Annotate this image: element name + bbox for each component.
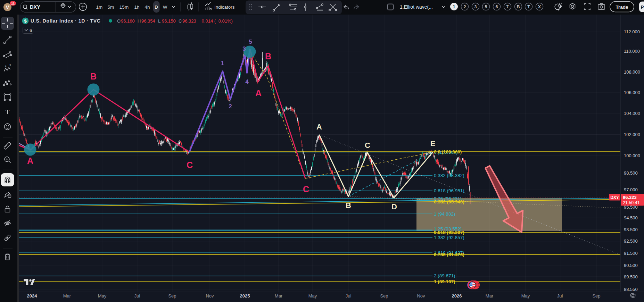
svg-text:21:50:41: 21:50:41 [623, 200, 640, 205]
svg-text:B: B [90, 72, 97, 81]
svg-text:W: W [163, 5, 167, 10]
svg-text:Nov: Nov [206, 293, 214, 299]
svg-text:A: A [27, 156, 33, 166]
svg-text:1: 1 [221, 60, 224, 67]
svg-text:93.500: 93.500 [624, 227, 638, 232]
svg-text:5m: 5m [108, 5, 114, 10]
svg-text:P: P [641, 5, 644, 10]
svg-text:DXY: DXY [30, 4, 40, 10]
svg-text:Trade: Trade [616, 5, 628, 10]
svg-text:2025: 2025 [240, 293, 250, 299]
svg-text:B: B [517, 5, 520, 9]
svg-text:DXY: DXY [610, 195, 619, 200]
svg-text:Sep: Sep [592, 293, 600, 299]
svg-text:88.550: 88.550 [624, 287, 638, 292]
svg-text:1.382 (92.857): 1.382 (92.857) [434, 235, 464, 240]
svg-text:Mar: Mar [275, 293, 283, 299]
svg-text:E: E [430, 139, 436, 148]
svg-text:108.000: 108.000 [624, 69, 640, 75]
svg-text:0.382 (95.940): 0.382 (95.940) [434, 199, 464, 204]
svg-text:H: H [138, 18, 141, 24]
svg-text:106.000: 106.000 [624, 90, 640, 95]
svg-text:T: T [527, 5, 530, 9]
svg-text:2: 2 [464, 5, 466, 9]
svg-text:Nov: Nov [417, 293, 425, 299]
svg-text:C: C [365, 141, 370, 150]
svg-text:0.0 (100.360): 0.0 (100.360) [434, 149, 462, 154]
svg-text:Jul: Jul [557, 293, 563, 299]
svg-text:1 (89.197): 1 (89.197) [434, 279, 455, 284]
svg-text:96.323: 96.323 [623, 195, 637, 200]
svg-text:C: C [187, 160, 193, 170]
svg-text:4: 4 [245, 78, 249, 85]
svg-text:Sep: Sep [380, 293, 388, 299]
svg-text:98.500: 98.500 [624, 170, 638, 176]
svg-text:89.500: 89.500 [624, 274, 638, 279]
svg-text:7: 7 [506, 5, 509, 9]
svg-text:C: C [179, 18, 182, 24]
svg-text:T: T [6, 108, 10, 116]
svg-text:15m: 15m [119, 5, 129, 10]
svg-text:96.160: 96.160 [121, 18, 135, 24]
svg-text:96.323: 96.323 [182, 18, 196, 24]
svg-text:6: 6 [30, 28, 32, 33]
svg-text:1h: 1h [134, 5, 139, 10]
svg-text:May: May [98, 293, 107, 299]
svg-text:Mar: Mar [486, 293, 494, 299]
svg-text:Indicators: Indicators [214, 5, 235, 10]
svg-text:1m: 1m [96, 5, 103, 10]
svg-text:O: O [117, 18, 121, 24]
svg-text:91.500: 91.500 [624, 251, 638, 256]
svg-text:5: 5 [485, 5, 487, 9]
svg-text:1 (94.882): 1 (94.882) [434, 211, 455, 217]
svg-text:100.000: 100.000 [624, 153, 640, 158]
svg-text:Mar: Mar [63, 293, 71, 299]
svg-text:U.S. Dollar Index · 1D · TVC: U.S. Dollar Index · 1D · TVC [31, 18, 101, 24]
svg-text:96.150: 96.150 [162, 18, 176, 24]
svg-text:0.786 (91.476): 0.786 (91.476) [434, 252, 464, 257]
svg-text:−0.014 (−0.01%): −0.014 (−0.01%) [199, 18, 233, 24]
svg-text:X: X [538, 5, 541, 9]
svg-text:May: May [308, 293, 317, 299]
svg-text:112.000: 112.000 [624, 29, 640, 34]
svg-text:90.500: 90.500 [624, 263, 638, 268]
svg-text:A: A [316, 123, 322, 131]
svg-text:96.354: 96.354 [141, 18, 155, 24]
svg-text:Jul: Jul [134, 293, 140, 299]
svg-text:104.000: 104.000 [624, 111, 640, 116]
svg-text:D: D [155, 5, 158, 10]
svg-text:94.500: 94.500 [624, 215, 638, 220]
svg-text:3: 3 [474, 5, 477, 9]
svg-text:110.000: 110.000 [624, 49, 640, 54]
svg-text:B: B [346, 201, 351, 210]
svg-text:V: V [6, 5, 9, 10]
svg-text:11: 11 [11, 1, 15, 5]
svg-text:A: A [255, 88, 262, 98]
svg-text:5: 5 [249, 39, 252, 45]
svg-text:$: $ [24, 18, 27, 24]
svg-text:Sep: Sep [168, 293, 176, 299]
svg-text:1.Elliot wave(...: 1.Elliot wave(... [400, 4, 433, 10]
svg-text:4h: 4h [145, 5, 150, 10]
svg-text:102.000: 102.000 [624, 132, 640, 137]
svg-text:5: 5 [10, 64, 11, 66]
svg-text:0.618 (96.951): 0.618 (96.951) [434, 188, 464, 193]
svg-text:0.618 (93.307): 0.618 (93.307) [434, 230, 464, 235]
svg-text:B: B [265, 51, 271, 61]
svg-text:3: 3 [242, 45, 246, 52]
svg-text:1: 1 [453, 5, 455, 9]
svg-text:97.000: 97.000 [624, 187, 638, 192]
svg-text:92.500: 92.500 [624, 238, 638, 244]
svg-text:6: 6 [496, 5, 498, 9]
svg-text:C: C [303, 184, 309, 194]
svg-text:2: 2 [229, 103, 232, 110]
svg-text:2 (89.671): 2 (89.671) [434, 273, 455, 278]
svg-text:2024: 2024 [27, 293, 38, 299]
svg-text:May: May [521, 293, 530, 299]
svg-text:Jul: Jul [346, 293, 352, 299]
svg-text:1: 1 [5, 65, 7, 67]
svg-text:0.382 (98.382): 0.382 (98.382) [434, 173, 464, 178]
svg-text:D: D [391, 202, 397, 211]
svg-text:L: L [158, 18, 160, 24]
svg-text:2026: 2026 [452, 293, 462, 299]
